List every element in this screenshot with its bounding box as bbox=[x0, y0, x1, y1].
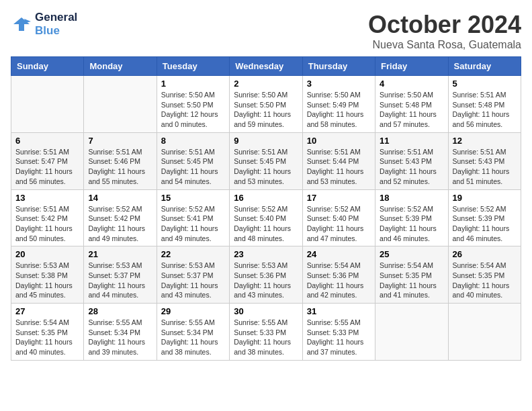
day-info: Sunrise: 5:50 AM Sunset: 5:48 PM Dayligh… bbox=[380, 90, 443, 130]
logo: General Blue bbox=[11, 11, 77, 38]
day-number: 14 bbox=[88, 193, 152, 203]
calendar-cell bbox=[448, 304, 521, 361]
day-number: 9 bbox=[234, 136, 298, 146]
day-number: 26 bbox=[453, 249, 517, 259]
calendar-cell: 13Sunrise: 5:51 AM Sunset: 5:42 PM Dayli… bbox=[11, 189, 84, 246]
day-info: Sunrise: 5:52 AM Sunset: 5:39 PM Dayligh… bbox=[453, 204, 517, 244]
day-info: Sunrise: 5:53 AM Sunset: 5:37 PM Dayligh… bbox=[88, 261, 152, 300]
calendar-cell: 2Sunrise: 5:50 AM Sunset: 5:50 PM Daylig… bbox=[230, 76, 302, 133]
header-tuesday: Tuesday bbox=[157, 57, 229, 76]
calendar-cell: 14Sunrise: 5:52 AM Sunset: 5:42 PM Dayli… bbox=[84, 189, 157, 246]
header-monday: Monday bbox=[84, 57, 157, 76]
calendar-cell: 29Sunrise: 5:55 AM Sunset: 5:34 PM Dayli… bbox=[157, 304, 229, 361]
day-number: 19 bbox=[453, 193, 517, 203]
calendar-cell: 28Sunrise: 5:55 AM Sunset: 5:34 PM Dayli… bbox=[84, 304, 157, 361]
days-header-row: Sunday Monday Tuesday Wednesday Thursday… bbox=[11, 57, 521, 76]
day-number: 8 bbox=[161, 136, 225, 146]
calendar-cell: 23Sunrise: 5:53 AM Sunset: 5:36 PM Dayli… bbox=[230, 246, 302, 304]
calendar-cell: 24Sunrise: 5:54 AM Sunset: 5:36 PM Dayli… bbox=[302, 246, 375, 304]
day-number: 3 bbox=[307, 79, 371, 89]
calendar-cell bbox=[375, 304, 448, 361]
week-row-3: 13Sunrise: 5:51 AM Sunset: 5:42 PM Dayli… bbox=[11, 189, 521, 246]
calendar-cell: 10Sunrise: 5:51 AM Sunset: 5:44 PM Dayli… bbox=[302, 132, 375, 189]
calendar-cell: 27Sunrise: 5:54 AM Sunset: 5:35 PM Dayli… bbox=[11, 304, 84, 361]
page-header: General Blue October 2024 Nueva Santa Ro… bbox=[11, 11, 521, 51]
day-number: 25 bbox=[380, 249, 443, 259]
day-number: 13 bbox=[15, 193, 79, 203]
calendar-cell: 20Sunrise: 5:53 AM Sunset: 5:38 PM Dayli… bbox=[11, 246, 84, 304]
day-number: 16 bbox=[234, 193, 298, 203]
day-info: Sunrise: 5:51 AM Sunset: 5:45 PM Dayligh… bbox=[234, 147, 298, 187]
day-info: Sunrise: 5:50 AM Sunset: 5:50 PM Dayligh… bbox=[161, 90, 225, 130]
day-number: 30 bbox=[234, 306, 298, 316]
day-number: 7 bbox=[88, 136, 152, 146]
calendar-cell: 11Sunrise: 5:51 AM Sunset: 5:43 PM Dayli… bbox=[375, 132, 448, 189]
day-number: 24 bbox=[307, 249, 371, 259]
day-number: 2 bbox=[234, 79, 298, 89]
day-info: Sunrise: 5:53 AM Sunset: 5:38 PM Dayligh… bbox=[15, 261, 79, 300]
header-saturday: Saturday bbox=[448, 57, 521, 76]
day-info: Sunrise: 5:54 AM Sunset: 5:35 PM Dayligh… bbox=[15, 318, 79, 357]
calendar-cell: 7Sunrise: 5:51 AM Sunset: 5:46 PM Daylig… bbox=[84, 132, 157, 189]
calendar-cell: 5Sunrise: 5:51 AM Sunset: 5:48 PM Daylig… bbox=[448, 76, 521, 133]
header-friday: Friday bbox=[375, 57, 448, 76]
day-number: 22 bbox=[161, 249, 225, 259]
calendar-cell: 22Sunrise: 5:53 AM Sunset: 5:37 PM Dayli… bbox=[157, 246, 229, 304]
week-row-4: 20Sunrise: 5:53 AM Sunset: 5:38 PM Dayli… bbox=[11, 246, 521, 304]
day-number: 17 bbox=[307, 193, 371, 203]
month-title: October 2024 bbox=[368, 11, 521, 39]
day-info: Sunrise: 5:51 AM Sunset: 5:43 PM Dayligh… bbox=[380, 147, 443, 187]
calendar-cell: 26Sunrise: 5:54 AM Sunset: 5:35 PM Dayli… bbox=[448, 246, 521, 304]
day-number: 15 bbox=[161, 193, 225, 203]
calendar-cell: 30Sunrise: 5:55 AM Sunset: 5:33 PM Dayli… bbox=[230, 304, 302, 361]
day-info: Sunrise: 5:52 AM Sunset: 5:39 PM Dayligh… bbox=[380, 204, 443, 244]
calendar-cell: 1Sunrise: 5:50 AM Sunset: 5:50 PM Daylig… bbox=[157, 76, 229, 133]
location: Nueva Santa Rosa, Guatemala bbox=[368, 39, 521, 51]
day-number: 6 bbox=[15, 136, 79, 146]
title-block: October 2024 Nueva Santa Rosa, Guatemala bbox=[368, 11, 521, 51]
logo-icon bbox=[11, 15, 32, 34]
day-number: 5 bbox=[453, 79, 517, 89]
day-info: Sunrise: 5:51 AM Sunset: 5:47 PM Dayligh… bbox=[15, 147, 79, 187]
day-info: Sunrise: 5:52 AM Sunset: 5:42 PM Dayligh… bbox=[88, 204, 152, 244]
day-number: 12 bbox=[453, 136, 517, 146]
calendar-cell: 9Sunrise: 5:51 AM Sunset: 5:45 PM Daylig… bbox=[230, 132, 302, 189]
day-info: Sunrise: 5:53 AM Sunset: 5:37 PM Dayligh… bbox=[161, 261, 225, 300]
day-info: Sunrise: 5:50 AM Sunset: 5:50 PM Dayligh… bbox=[234, 90, 298, 130]
day-info: Sunrise: 5:51 AM Sunset: 5:44 PM Dayligh… bbox=[307, 147, 371, 187]
calendar-cell: 31Sunrise: 5:55 AM Sunset: 5:33 PM Dayli… bbox=[302, 304, 375, 361]
calendar-cell: 21Sunrise: 5:53 AM Sunset: 5:37 PM Dayli… bbox=[84, 246, 157, 304]
day-number: 27 bbox=[15, 306, 79, 316]
day-number: 31 bbox=[307, 306, 371, 316]
calendar-cell: 16Sunrise: 5:52 AM Sunset: 5:40 PM Dayli… bbox=[230, 189, 302, 246]
day-number: 29 bbox=[161, 306, 225, 316]
day-info: Sunrise: 5:53 AM Sunset: 5:36 PM Dayligh… bbox=[234, 261, 298, 300]
day-info: Sunrise: 5:51 AM Sunset: 5:46 PM Dayligh… bbox=[88, 147, 152, 187]
calendar-cell: 4Sunrise: 5:50 AM Sunset: 5:48 PM Daylig… bbox=[375, 76, 448, 133]
day-info: Sunrise: 5:55 AM Sunset: 5:34 PM Dayligh… bbox=[161, 318, 225, 357]
day-number: 18 bbox=[380, 193, 443, 203]
day-number: 23 bbox=[234, 249, 298, 259]
day-info: Sunrise: 5:51 AM Sunset: 5:48 PM Dayligh… bbox=[453, 90, 517, 130]
calendar-cell: 6Sunrise: 5:51 AM Sunset: 5:47 PM Daylig… bbox=[11, 132, 84, 189]
week-row-2: 6Sunrise: 5:51 AM Sunset: 5:47 PM Daylig… bbox=[11, 132, 521, 189]
day-number: 28 bbox=[88, 306, 152, 316]
calendar-cell: 25Sunrise: 5:54 AM Sunset: 5:35 PM Dayli… bbox=[375, 246, 448, 304]
calendar-cell: 12Sunrise: 5:51 AM Sunset: 5:43 PM Dayli… bbox=[448, 132, 521, 189]
header-wednesday: Wednesday bbox=[230, 57, 302, 76]
day-info: Sunrise: 5:55 AM Sunset: 5:33 PM Dayligh… bbox=[307, 318, 371, 357]
week-row-1: 1Sunrise: 5:50 AM Sunset: 5:50 PM Daylig… bbox=[11, 76, 521, 133]
day-number: 20 bbox=[15, 249, 79, 259]
calendar-cell bbox=[11, 76, 84, 133]
day-info: Sunrise: 5:52 AM Sunset: 5:41 PM Dayligh… bbox=[161, 204, 225, 244]
header-thursday: Thursday bbox=[302, 57, 375, 76]
svg-marker-0 bbox=[13, 17, 30, 31]
day-info: Sunrise: 5:54 AM Sunset: 5:36 PM Dayligh… bbox=[307, 261, 371, 300]
calendar-table: Sunday Monday Tuesday Wednesday Thursday… bbox=[11, 56, 521, 361]
day-info: Sunrise: 5:54 AM Sunset: 5:35 PM Dayligh… bbox=[453, 261, 517, 300]
calendar-cell bbox=[84, 76, 157, 133]
day-info: Sunrise: 5:50 AM Sunset: 5:49 PM Dayligh… bbox=[307, 90, 371, 130]
day-info: Sunrise: 5:51 AM Sunset: 5:45 PM Dayligh… bbox=[161, 147, 225, 187]
logo-text: General Blue bbox=[35, 11, 77, 38]
day-info: Sunrise: 5:55 AM Sunset: 5:34 PM Dayligh… bbox=[88, 318, 152, 357]
